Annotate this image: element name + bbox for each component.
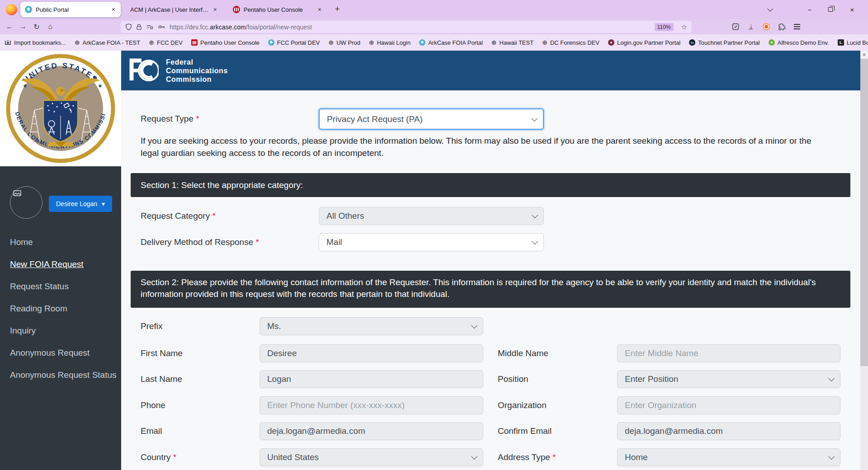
- fcc-logo-icon: [129, 58, 159, 83]
- tracking-shield-icon[interactable]: [125, 24, 132, 30]
- autofill-icon[interactable]: [146, 24, 154, 30]
- sidebar-item-request-status[interactable]: Request Status: [10, 282, 117, 291]
- last-name-input[interactable]: [259, 370, 483, 388]
- bookmark-hawaii-login[interactable]: ⊕Hawaii Login: [369, 39, 410, 46]
- required-asterisk: *: [256, 237, 259, 247]
- caret-down-icon: ▾: [102, 200, 105, 207]
- downloads-button[interactable]: ↓: [745, 21, 757, 33]
- email-input[interactable]: [259, 422, 483, 440]
- user-avatar[interactable]: [10, 186, 42, 219]
- organization-label: Organization: [498, 396, 547, 414]
- screenshot-root: Public Portal × ACM | ArkCase | User Int…: [0, 0, 868, 470]
- address-type-select[interactable]: Home: [617, 448, 840, 466]
- tab-close-icon[interactable]: ×: [111, 6, 116, 13]
- middle-name-input[interactable]: [617, 344, 840, 362]
- lucid-icon: L: [838, 39, 844, 46]
- tab-list-dropdown-button[interactable]: [762, 0, 778, 19]
- bookmark-fcc-portal-dev[interactable]: FCC Portal DEV: [268, 39, 320, 46]
- fcc-seal-container: UNITED STATES FEDERAL COMMUNICATIONS COM…: [0, 51, 121, 166]
- position-select[interactable]: Enter Position: [617, 370, 840, 388]
- scrollbar-thumb[interactable]: [860, 59, 868, 366]
- globe-icon: ⊕: [369, 39, 374, 46]
- window-restore-button[interactable]: [823, 0, 838, 19]
- prefix-select[interactable]: Ms.: [259, 317, 483, 335]
- alfresco-icon: [769, 39, 775, 46]
- confirm-email-input[interactable]: [617, 422, 840, 440]
- request-category-select[interactable]: All Others: [319, 207, 544, 225]
- tab-close-icon[interactable]: ×: [212, 6, 218, 13]
- required-asterisk: *: [173, 452, 176, 462]
- browser-tab-bar: Public Portal × ACM | ArkCase | User Int…: [0, 0, 868, 19]
- scroll-up-button[interactable]: ∧: [860, 51, 868, 59]
- intro-paragraph: If you are seeking access to your record…: [141, 135, 822, 159]
- delivery-method-select[interactable]: Mail: [319, 233, 544, 251]
- arkcase-icon: [419, 39, 425, 46]
- section1-header: Section 1: Select the appropriate catego…: [131, 173, 850, 197]
- fcc-seal: UNITED STATES FEDERAL COMMUNICATIONS COM…: [5, 52, 117, 164]
- window-minimize-button[interactable]: −: [802, 0, 817, 19]
- bookmark-dc-forensics-dev[interactable]: ⊕DC Forensics DEV: [542, 39, 599, 46]
- url-domain: arkcase.com: [210, 24, 245, 31]
- request-type-select[interactable]: Privacy Act Request (PA): [319, 108, 544, 130]
- save-to-pocket-icon[interactable]: [730, 21, 741, 33]
- new-tab-button[interactable]: +: [331, 4, 343, 15]
- bookmark-star-icon[interactable]: ☆: [681, 23, 687, 31]
- extension-orange-icon[interactable]: [760, 21, 772, 33]
- window-close-button[interactable]: ×: [844, 0, 860, 19]
- bookmark-fcc-dev[interactable]: ⊕FCC DEV: [149, 39, 183, 46]
- back-button[interactable]: ←: [4, 21, 15, 33]
- tab-acm-arkcase[interactable]: ACM | ArkCase | User Interface ×: [126, 2, 222, 17]
- forward-button[interactable]: →: [17, 21, 29, 33]
- sidebar-item-home[interactable]: Home: [10, 237, 117, 247]
- bookmark-arkcase-foia-test[interactable]: ⊕ArkCase FOIA - TEST: [75, 39, 140, 46]
- lock-icon[interactable]: [136, 24, 142, 30]
- svg-text:★: ★: [98, 83, 103, 89]
- url-text: https://dev.fcc.arkcase.com/foia/portal/…: [170, 24, 651, 31]
- zoom-level-badge[interactable]: 110%: [655, 23, 674, 31]
- bookmark-arkcase-foia-portal[interactable]: ArkCase FOIA Portal: [419, 39, 483, 46]
- bookmark-lucid[interactable]: LLucid Boards: [838, 39, 868, 46]
- position-label: Position: [498, 370, 528, 388]
- bookmark-uw-prod[interactable]: ⊕UW Prod: [328, 39, 360, 46]
- page-scrollbar[interactable]: ∧: [860, 51, 868, 470]
- key-icon[interactable]: [158, 24, 165, 30]
- url-bar[interactable]: https://dev.fcc.arkcase.com/foia/portal/…: [121, 21, 692, 33]
- bookmark-pentaho[interactable]: Pentaho User Console: [191, 39, 259, 46]
- reload-button[interactable]: ↻: [31, 21, 42, 33]
- sidebar-item-inquiry[interactable]: Inquiry: [10, 326, 117, 336]
- agency-name: Federal Communications Commission: [166, 58, 228, 84]
- bookmark-alfresco[interactable]: Alfresco Demo Env.: [769, 39, 829, 46]
- tab-title: Pentaho User Console: [244, 6, 313, 13]
- phone-input[interactable]: [259, 396, 483, 414]
- required-asterisk: *: [196, 114, 199, 123]
- tab-close-icon[interactable]: ×: [317, 6, 322, 13]
- restore-icon: [828, 7, 833, 12]
- bookmark-touchnet[interactable]: tnTouchnet Partner Portal: [689, 39, 760, 46]
- first-name-input[interactable]: [259, 344, 483, 362]
- tab-public-portal[interactable]: Public Portal ×: [20, 2, 121, 17]
- home-button[interactable]: ⌂: [44, 21, 56, 33]
- pentaho-favicon-icon: [233, 6, 240, 13]
- broken-image-icon: [13, 190, 21, 197]
- menu-hamburger-icon[interactable]: [791, 21, 803, 33]
- user-menu-button[interactable]: Desiree Logan ▾: [49, 196, 112, 212]
- url-path: /foia/portal/new-request: [246, 24, 312, 31]
- sidebar-item-reading-room[interactable]: Reading Room: [10, 304, 117, 314]
- user-name: Desiree Logan: [56, 200, 97, 207]
- bookmark-import[interactable]: Import bookmarks...: [5, 39, 66, 46]
- bookmark-login-gov[interactable]: Login.gov Partner Portal: [608, 39, 680, 46]
- tab-title: ACM | ArkCase | User Interface: [130, 6, 209, 13]
- bookmark-hawaii-test[interactable]: ⊕Hawaii TEST: [491, 39, 533, 46]
- globe-icon: ⊕: [491, 39, 497, 46]
- country-select[interactable]: United States: [259, 448, 483, 466]
- request-category-label: Request Category *: [141, 207, 216, 225]
- organization-input[interactable]: [617, 396, 840, 414]
- prefix-label: Prefix: [141, 317, 163, 335]
- tab-pentaho[interactable]: Pentaho User Console ×: [228, 2, 327, 17]
- extensions-puzzle-icon[interactable]: [776, 21, 788, 33]
- sidebar-item-anonymous-request-status[interactable]: Anonymous Request Status: [10, 370, 117, 380]
- portal-sidebar: UNITED STATES FEDERAL COMMUNICATIONS COM…: [0, 51, 121, 470]
- globe-icon: ⊕: [328, 39, 334, 46]
- sidebar-item-anonymous-request[interactable]: Anonymous Request: [10, 348, 117, 358]
- sidebar-item-new-foia-request[interactable]: New FOIA Request: [10, 259, 117, 269]
